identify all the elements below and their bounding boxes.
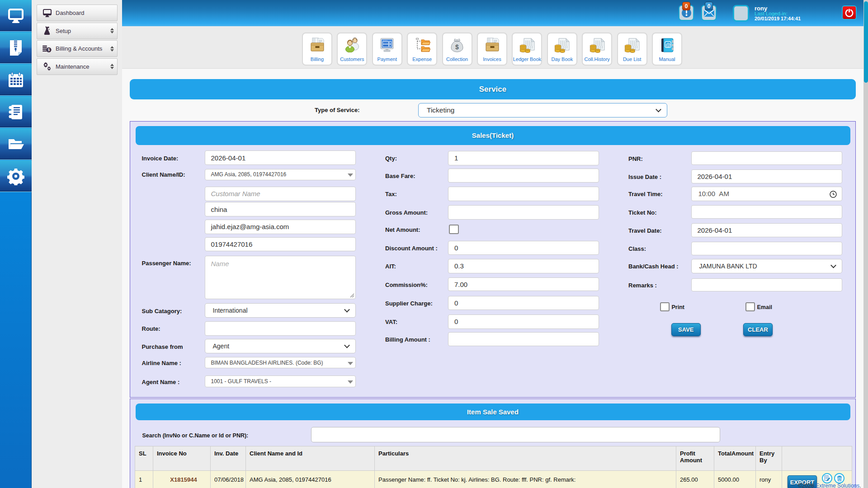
svg-text:@: @ [665, 42, 670, 47]
svg-text:$: $ [48, 48, 50, 52]
svg-text:$: $ [455, 43, 459, 51]
